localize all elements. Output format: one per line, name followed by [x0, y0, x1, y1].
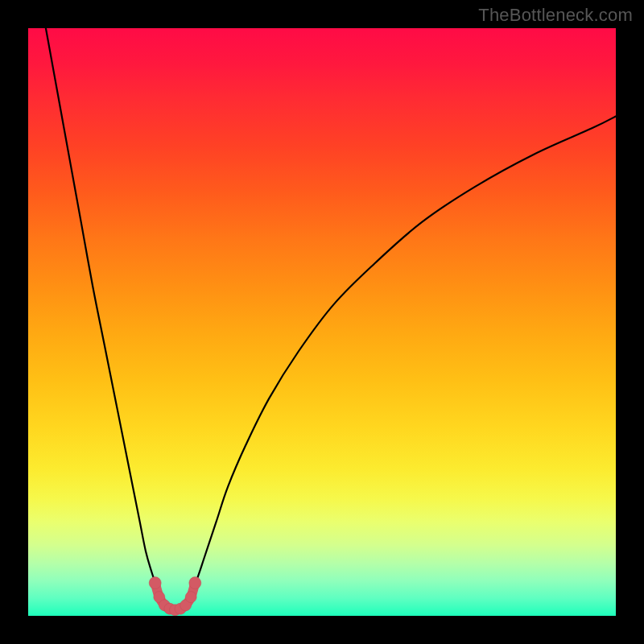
curve-right-branch [188, 117, 616, 603]
data-marker [185, 592, 196, 603]
data-marker [189, 577, 201, 589]
chart-svg [28, 28, 616, 616]
marker-layer [149, 577, 201, 616]
chart-frame: TheBottleneck.com [0, 0, 644, 644]
curve-layer [46, 28, 616, 610]
watermark-text: TheBottleneck.com [478, 5, 633, 26]
chart-plot-area [28, 28, 616, 616]
curve-left-branch [46, 28, 162, 603]
data-marker [149, 577, 161, 589]
